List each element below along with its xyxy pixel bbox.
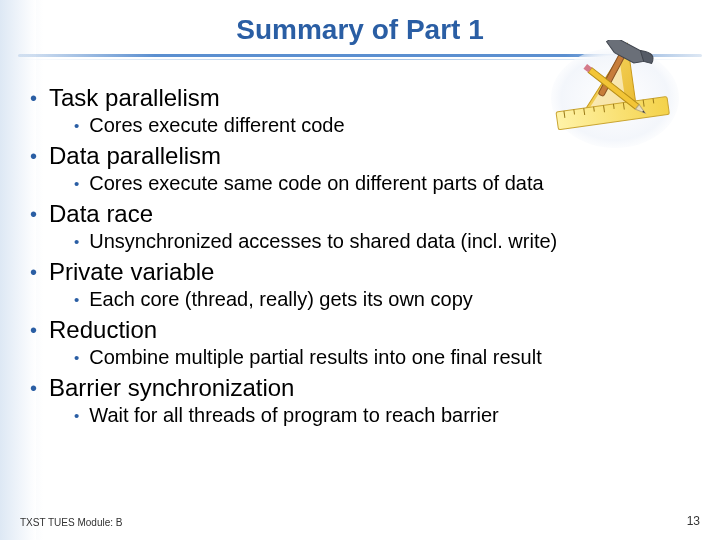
list-item: • Reduction xyxy=(30,316,700,344)
list-item-text: Data parallelism xyxy=(49,142,221,170)
bullet-icon: • xyxy=(30,200,37,228)
list-item: • Task parallelism xyxy=(30,84,700,112)
slide: Summary of Part 1 xyxy=(0,0,720,540)
list-subitem: • Cores execute same code on different p… xyxy=(74,172,700,196)
bullet-icon: • xyxy=(74,288,79,312)
list-item-text: Private variable xyxy=(49,258,214,286)
footer-module-label: TXST TUES Module: B xyxy=(20,517,122,528)
list-subitem: • Wait for all threads of program to rea… xyxy=(74,404,700,428)
list-item-text: Barrier synchronization xyxy=(49,374,294,402)
list-item-text: Data race xyxy=(49,200,153,228)
bullet-icon: • xyxy=(30,84,37,112)
bullet-icon: • xyxy=(30,316,37,344)
list-subitem: • Cores execute different code xyxy=(74,114,700,138)
list-item: • Barrier synchronization xyxy=(30,374,700,402)
bullet-icon: • xyxy=(74,114,79,138)
bullet-icon: • xyxy=(74,404,79,428)
bullet-list: • Task parallelism • Cores execute diffe… xyxy=(30,80,700,428)
slide-number: 13 xyxy=(687,514,700,528)
list-item: • Data parallelism xyxy=(30,142,700,170)
bullet-icon: • xyxy=(30,374,37,402)
list-item: • Data race xyxy=(30,200,700,228)
list-subitem-text: Cores execute different code xyxy=(89,114,344,137)
list-item-text: Task parallelism xyxy=(49,84,220,112)
bullet-icon: • xyxy=(74,346,79,370)
list-subitem: • Combine multiple partial results into … xyxy=(74,346,700,370)
list-subitem-text: Unsynchronized accesses to shared data (… xyxy=(89,230,557,253)
list-item: • Private variable xyxy=(30,258,700,286)
list-item-text: Reduction xyxy=(49,316,157,344)
bullet-icon: • xyxy=(30,142,37,170)
list-subitem: • Each core (thread, really) gets its ow… xyxy=(74,288,700,312)
list-subitem-text: Cores execute same code on different par… xyxy=(89,172,543,195)
list-subitem-text: Combine multiple partial results into on… xyxy=(89,346,541,369)
bullet-icon: • xyxy=(74,172,79,196)
list-subitem-text: Each core (thread, really) gets its own … xyxy=(89,288,473,311)
bullet-icon: • xyxy=(30,258,37,286)
bullet-icon: • xyxy=(74,230,79,254)
list-subitem-text: Wait for all threads of program to reach… xyxy=(89,404,498,427)
list-subitem: • Unsynchronized accesses to shared data… xyxy=(74,230,700,254)
